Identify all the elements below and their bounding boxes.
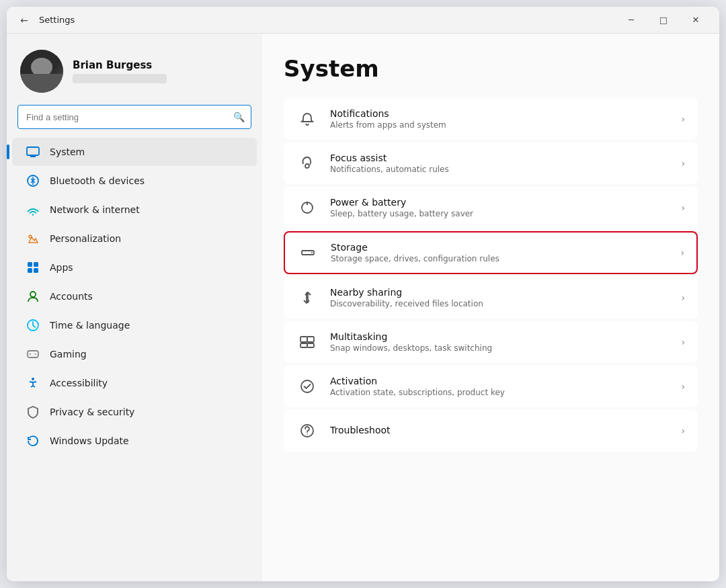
svg-point-18 <box>305 164 309 168</box>
svg-rect-26 <box>307 337 314 342</box>
sidebar-item-system[interactable]: System <box>12 138 257 166</box>
sidebar-label-system: System <box>50 146 85 157</box>
settings-item-multitasking[interactable]: Multitasking Snap windows, desktops, tas… <box>284 321 698 363</box>
settings-item-troubleshoot[interactable]: Troubleshoot › <box>284 410 698 452</box>
avatar-image <box>20 50 63 93</box>
settings-item-power[interactable]: Power & battery Sleep, battery usage, ba… <box>284 187 698 228</box>
sidebar-label-apps: Apps <box>50 262 73 273</box>
notifications-icon <box>296 108 318 130</box>
close-button[interactable]: ✕ <box>680 9 711 31</box>
privacy-icon <box>26 405 40 419</box>
window-controls: ─ □ ✕ <box>616 9 711 31</box>
focus-title: Focus assist <box>330 153 669 163</box>
storage-title: Storage <box>331 242 668 253</box>
svg-rect-7 <box>34 262 38 267</box>
multitasking-chevron: › <box>681 337 685 347</box>
activation-title: Activation <box>330 376 669 386</box>
svg-point-4 <box>32 214 34 215</box>
notifications-chevron: › <box>681 114 685 124</box>
svg-rect-27 <box>300 343 307 347</box>
sidebar-item-gaming[interactable]: Gaming <box>12 340 257 368</box>
svg-rect-12 <box>28 351 38 358</box>
titlebar: ← Settings ─ □ ✕ <box>7 7 719 34</box>
troubleshoot-title: Troubleshoot <box>330 425 669 435</box>
nearby-desc: Discoverability, received files location <box>330 299 669 308</box>
minimize-button[interactable]: ─ <box>616 9 647 31</box>
user-name: Brian Burgess <box>73 59 167 71</box>
search-box: 🔍 <box>17 105 251 129</box>
storage-text: Storage Storage space, drives, configura… <box>331 242 668 263</box>
notifications-title: Notifications <box>330 108 669 119</box>
svg-point-10 <box>30 292 36 297</box>
back-button[interactable]: ← <box>15 11 34 30</box>
power-icon <box>296 197 318 218</box>
sidebar-item-accessibility[interactable]: Accessibility <box>12 369 257 397</box>
user-section: Brian Burgess <box>7 42 262 105</box>
storage-chevron: › <box>680 247 684 258</box>
gaming-icon <box>26 347 40 362</box>
multitasking-icon <box>296 331 318 353</box>
sidebar-label-personalization: Personalization <box>50 233 121 244</box>
windowsupdate-icon <box>26 433 40 448</box>
svg-rect-6 <box>28 262 32 267</box>
avatar <box>20 50 63 93</box>
sidebar-label-windowsupdate: Windows Update <box>50 435 129 446</box>
sidebar-item-time[interactable]: Time & language <box>12 311 257 339</box>
troubleshoot-text: Troubleshoot <box>330 425 669 437</box>
power-title: Power & battery <box>330 197 669 208</box>
activation-text: Activation Activation state, subscriptio… <box>330 376 669 397</box>
sidebar-item-windowsupdate[interactable]: Windows Update <box>12 427 257 455</box>
notifications-desc: Alerts from apps and system <box>330 120 669 130</box>
multitasking-text: Multitasking Snap windows, desktops, tas… <box>330 331 669 353</box>
user-email <box>73 74 167 83</box>
focus-icon <box>296 153 318 174</box>
sidebar-label-accessibility: Accessibility <box>50 378 108 388</box>
settings-item-focus[interactable]: Focus assist Notifications, automatic ru… <box>284 142 698 184</box>
sidebar-item-network[interactable]: Network & internet <box>12 196 257 224</box>
settings-item-notifications[interactable]: Notifications Alerts from apps and syste… <box>284 98 698 140</box>
notifications-text: Notifications Alerts from apps and syste… <box>330 108 669 130</box>
bluetooth-icon <box>26 173 40 188</box>
troubleshoot-icon <box>296 420 318 442</box>
main-content: Brian Burgess 🔍 <box>7 34 719 581</box>
settings-window: ← Settings ─ □ ✕ Brian Burgess <box>7 7 719 581</box>
svg-rect-25 <box>300 337 307 342</box>
power-desc: Sleep, battery usage, battery saver <box>330 209 669 218</box>
nearby-chevron: › <box>681 292 685 303</box>
settings-item-activation[interactable]: Activation Activation state, subscriptio… <box>284 366 698 407</box>
accounts-icon <box>26 289 40 304</box>
time-icon <box>26 318 40 333</box>
main-panel: System Notifications Alerts from apps an… <box>262 34 719 581</box>
search-input[interactable] <box>17 105 251 129</box>
sidebar-item-bluetooth[interactable]: Bluetooth & devices <box>12 167 257 195</box>
sidebar-label-accounts: Accounts <box>50 291 93 302</box>
sidebar-item-accounts[interactable]: Accounts <box>12 282 257 310</box>
svg-point-15 <box>34 353 36 355</box>
sidebar-item-privacy[interactable]: Privacy & security <box>12 398 257 426</box>
sidebar-label-privacy: Privacy & security <box>50 407 134 417</box>
settings-item-nearby[interactable]: Nearby sharing Discoverability, received… <box>284 277 698 319</box>
sidebar-label-gaming: Gaming <box>50 349 87 360</box>
sidebar-label-time: Time & language <box>50 320 130 331</box>
maximize-button[interactable]: □ <box>648 9 679 31</box>
page-title: System <box>284 55 698 82</box>
window-title: Settings <box>39 15 75 25</box>
svg-point-31 <box>307 433 308 435</box>
nearby-title: Nearby sharing <box>330 287 669 298</box>
user-info: Brian Burgess <box>73 59 167 83</box>
focus-desc: Notifications, automatic rules <box>330 165 669 174</box>
sidebar-item-personalization[interactable]: Personalization <box>12 224 257 253</box>
activation-chevron: › <box>681 381 685 392</box>
sidebar-label-bluetooth: Bluetooth & devices <box>50 175 145 186</box>
svg-rect-0 <box>27 147 39 155</box>
troubleshoot-chevron: › <box>681 425 685 436</box>
sidebar-item-apps[interactable]: Apps <box>12 253 257 282</box>
sidebar-nav: System Bluetooth & devices <box>7 137 262 456</box>
sidebar-label-network: Network & internet <box>50 204 140 215</box>
svg-point-17 <box>32 378 34 380</box>
settings-item-storage[interactable]: Storage Storage space, drives, configura… <box>284 231 698 274</box>
activation-desc: Activation state, subscriptions, product… <box>330 388 669 397</box>
nearby-text: Nearby sharing Discoverability, received… <box>330 287 669 308</box>
storage-desc: Storage space, drives, configuration rul… <box>331 254 668 263</box>
svg-rect-9 <box>34 268 38 273</box>
